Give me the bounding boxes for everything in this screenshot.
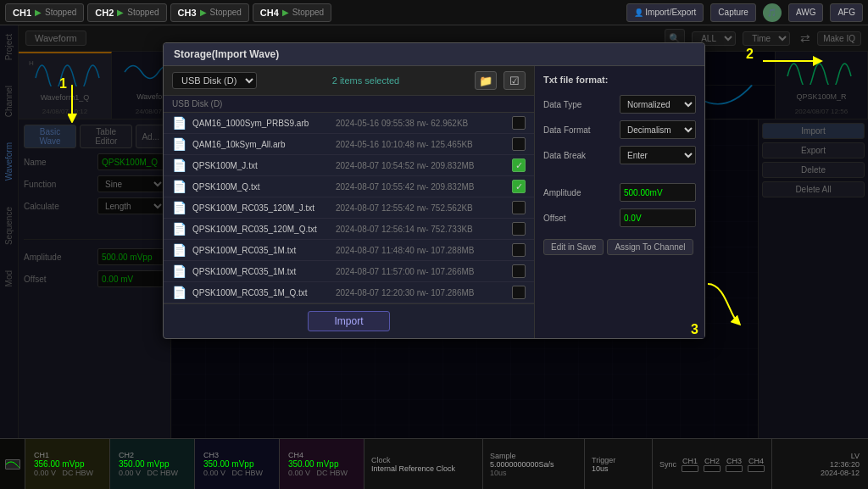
time-display: LV 12:36:20 2024-08-12 [812, 439, 868, 489]
ch3-button[interactable]: CH3 ▶ Stopped [170, 3, 249, 22]
ch1-button[interactable]: CH1 ▶ Stopped [5, 3, 84, 22]
ch4-label: CH4 [260, 8, 279, 18]
sample-section: Sample 5.0000000000Sa/s 10us [483, 439, 585, 489]
trigger-section: Trigger 10us [585, 439, 653, 489]
assign-to-channel-button[interactable]: Assign To Channel [607, 239, 693, 255]
file-icon-3: 📄 [172, 180, 186, 193]
file-list-header: USB Disk (D) [164, 96, 534, 113]
file-date-5: 2024-08-07 12:56:14 rw- 752.733KB [336, 225, 505, 234]
file-list[interactable]: 📄 QAM16_1000Sym_PRBS9.arb 2024-05-16 09:… [164, 113, 534, 303]
file-name-1: QAM16_10kSym_All.arb [192, 140, 329, 149]
file-check-7[interactable] [512, 264, 526, 278]
file-icon-0: 📄 [172, 116, 186, 130]
file-icon-5: 📄 [172, 222, 186, 236]
modal-footer: Import [164, 303, 534, 338]
file-check-1[interactable] [512, 137, 526, 151]
file-check-2[interactable]: ✓ [512, 158, 526, 172]
top-bar: CH1 ▶ Stopped CH2 ▶ Stopped CH3 ▶ Stoppe… [0, 0, 868, 25]
new-folder-button[interactable]: 📁 [475, 71, 497, 90]
file-date-2: 2024-08-07 10:54:52 rw- 209.832MB [336, 161, 505, 170]
sample-value: 5.0000000000Sa/s [490, 460, 577, 469]
file-date-7: 2024-08-07 11:57:00 rw- 107.266MB [336, 267, 505, 276]
file-row-3[interactable]: 📄 QPSK100M_Q.txt 2024-08-07 10:55:42 rw-… [164, 176, 534, 197]
edit-in-save-button[interactable]: Edit in Save [543, 239, 604, 255]
top-right-controls: 👤 Import/Export Capture 🎵 AWG AFG [626, 3, 863, 22]
ch2-label: CH2 [95, 8, 114, 18]
file-check-5[interactable] [512, 222, 526, 236]
file-row-4[interactable]: 📄 QPSK100M_RC035_120M_J.txt 2024-08-07 1… [164, 197, 534, 219]
file-check-4[interactable] [512, 201, 526, 214]
file-icon-6: 📄 [172, 243, 186, 257]
modal-title: Storage(Import Wave) [174, 48, 279, 60]
clock-sub: Internal Reference Clock [371, 464, 476, 473]
capture-button[interactable]: Capture [710, 3, 756, 22]
file-check-0[interactable] [512, 116, 526, 130]
modal-import-button[interactable]: Import [308, 311, 389, 331]
ch2-status: Stopped [127, 8, 159, 17]
avatar: 🎵 [763, 3, 782, 22]
ch2-bottom-sub: 0.00 V DC HBW [119, 469, 186, 477]
ch3-bottom-label: CH3 [203, 451, 270, 459]
sync-ch3: CH3 [726, 457, 743, 472]
afg-button[interactable]: AFG [830, 3, 863, 22]
ch4-button[interactable]: CH4 ▶ Stopped [253, 3, 331, 22]
file-date-6: 2024-08-07 11:48:40 rw- 107.288MB [336, 246, 505, 255]
sample-label: Sample [490, 452, 577, 460]
modal-overlay[interactable]: Storage(Import Wave) USB Disk (D) 2 item… [0, 25, 868, 438]
data-type-select[interactable]: Normalized [620, 95, 696, 114]
file-name-4: QPSK100M_RC035_120M_J.txt [192, 203, 329, 213]
amplitude-fmt-row: Amplitude [543, 183, 696, 202]
offset-fmt-label: Offset [543, 214, 603, 223]
file-row-8[interactable]: 📄 QPSK100M_RC035_1M_Q.txt 2024-08-07 12:… [164, 282, 534, 303]
file-date-8: 2024-08-07 12:20:30 rw- 107.286MB [336, 288, 505, 297]
date-value: 2024-08-12 [821, 469, 860, 477]
data-type-label: Data Type [543, 100, 603, 109]
ch4-bottom-sub: 0.00 V DC HBW [288, 469, 355, 477]
ch3-label: CH3 [178, 8, 197, 18]
sync-ch2: CH2 [704, 457, 721, 472]
file-name-8: QPSK100M_RC035_1M_Q.txt [192, 288, 329, 297]
trigger-label: Trigger [592, 456, 645, 464]
data-break-select[interactable]: Enter [620, 146, 696, 164]
file-row-1[interactable]: 📄 QAM16_10kSym_All.arb 2024-05-16 10:10:… [164, 134, 534, 155]
check-all-button[interactable]: ☑ [504, 71, 526, 90]
ch4-status: Stopped [292, 8, 324, 17]
file-row-5[interactable]: 📄 QPSK100M_RC035_120M_Q.txt 2024-08-07 1… [164, 219, 534, 240]
ch3-bottom-value: 350.00 mVpp [203, 459, 270, 469]
amplitude-fmt-input[interactable] [620, 183, 696, 202]
import-export-button[interactable]: 👤 Import/Export [626, 3, 704, 22]
ch2-button[interactable]: CH2 ▶ Stopped [87, 3, 166, 22]
modal-toolbar: USB Disk (D) 2 items selected 📁 ☑ [164, 66, 534, 96]
offset-fmt-input[interactable] [620, 208, 696, 227]
data-type-row: Data Type Normalized [543, 95, 696, 114]
file-icon-7: 📄 [172, 264, 186, 278]
ch3-bottom-sub: 0.00 V DC HBW [203, 469, 270, 477]
file-row-7[interactable]: 📄 QPSK100M_RC035_1M.txt 2024-08-07 11:57… [164, 261, 534, 282]
disk-select[interactable]: USB Disk (D) [172, 72, 257, 89]
file-check-3[interactable]: ✓ [512, 180, 526, 193]
sync-section: Sync CH1 CH2 CH3 CH4 [653, 439, 772, 489]
file-check-6[interactable] [512, 243, 526, 257]
file-check-8[interactable] [512, 286, 526, 299]
file-row-2[interactable]: 📄 QPSK100M_J.txt 2024-08-07 10:54:52 rw-… [164, 155, 534, 176]
ch1-status-panel: CH1 356.00 mVpp 0.00 V DC HBW [25, 439, 110, 489]
modal-format-panel: Txt file format: Data Type Normalized Da… [535, 66, 704, 338]
ch4-bottom-value: 350.00 mVpp [288, 459, 355, 469]
file-row-6[interactable]: 📄 QPSK100M_RC035_1M.txt 2024-08-07 11:48… [164, 240, 534, 261]
sync-ch4: CH4 [748, 457, 765, 472]
modal-title-bar: Storage(Import Wave) [164, 43, 704, 66]
ch4-bottom-label: CH4 [288, 451, 355, 459]
awg-button[interactable]: AWG [788, 3, 824, 22]
file-name-3: QPSK100M_Q.txt [192, 182, 329, 192]
ch2-bottom-value: 350.00 mVpp [119, 459, 186, 469]
file-date-0: 2024-05-16 09:55:38 rw- 62.962KB [336, 119, 505, 128]
data-format-select[interactable]: Decimalism [620, 120, 696, 139]
ch1-bottom-label: CH1 [34, 451, 101, 459]
file-row-0[interactable]: 📄 QAM16_1000Sym_PRBS9.arb 2024-05-16 09:… [164, 113, 534, 134]
time-value: 12:36:20 [830, 460, 860, 469]
ch1-status: Stopped [45, 8, 76, 17]
file-name-7: QPSK100M_RC035_1M.txt [192, 267, 329, 276]
sync-label: Sync [659, 460, 676, 469]
data-break-label: Data Break [543, 151, 603, 160]
sample-sub: 10us [490, 469, 577, 477]
